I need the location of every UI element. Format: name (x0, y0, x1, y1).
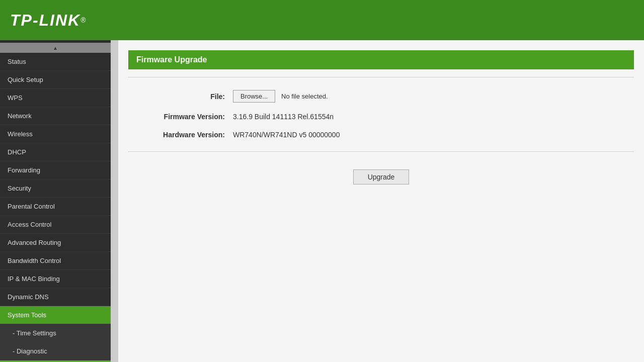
sidebar-item-bandwidth-control[interactable]: Bandwidth Control (0, 252, 111, 270)
firmware-version-row: Firmware Version: 3.16.9 Build 141113 Re… (128, 108, 634, 126)
sidebar-scroll-area[interactable] (111, 40, 118, 362)
no-file-text: No file selected. (281, 93, 328, 100)
sidebar-item-wps[interactable]: WPS (0, 89, 111, 107)
sidebar-item-ip-mac-binding[interactable]: IP & MAC Binding (0, 270, 111, 288)
sidebar-item-network[interactable]: Network (0, 107, 111, 125)
firmware-version-value: 3.16.9 Build 141113 Rel.61554n (229, 108, 634, 126)
header: TP-LINK® (0, 0, 644, 40)
file-label: File: (128, 85, 229, 108)
firmware-form: File: Browse... No file selected. Firmwa… (128, 85, 634, 144)
sidebar-item-dhcp[interactable]: DHCP (0, 143, 111, 161)
sidebar-item-security[interactable]: Security (0, 179, 111, 198)
sidebar-item-wireless[interactable]: Wireless (0, 125, 111, 143)
sidebar-item-status[interactable]: Status (0, 53, 111, 71)
upgrade-button[interactable]: Upgrade (353, 169, 410, 185)
sidebar-item-dynamic-dns[interactable]: Dynamic DNS (0, 288, 111, 306)
firmware-version-label: Firmware Version: (128, 108, 229, 126)
sidebar-item-system-tools[interactable]: System Tools (0, 306, 111, 324)
top-divider (128, 77, 634, 77)
sidebar-item-parental-control[interactable]: Parental Control (0, 198, 111, 216)
logo: TP-LINK® (10, 11, 86, 30)
file-row: File: Browse... No file selected. (128, 85, 634, 108)
layout: ▲ StatusQuick SetupWPSNetworkWirelessDHC… (0, 40, 644, 362)
sidebar-item-forwarding[interactable]: Forwarding (0, 161, 111, 179)
hardware-version-value: WR740N/WR741ND v5 00000000 (229, 126, 634, 144)
page-title-bar: Firmware Upgrade (128, 50, 634, 69)
logo-text: TP-LINK (10, 11, 80, 29)
sidebar-scroll-up[interactable]: ▲ (0, 43, 111, 53)
file-value: Browse... No file selected. (229, 85, 634, 108)
bottom-divider (128, 151, 634, 152)
sidebar-item-diagnostic[interactable]: - Diagnostic (0, 342, 111, 360)
sidebar-item-access-control[interactable]: Access Control (0, 216, 111, 234)
sidebar-item-quick-setup[interactable]: Quick Setup (0, 71, 111, 89)
sidebar-item-advanced-routing[interactable]: Advanced Routing (0, 234, 111, 252)
button-row: Upgrade (128, 159, 634, 190)
hardware-version-row: Hardware Version: WR740N/WR741ND v5 0000… (128, 126, 634, 144)
logo-suffix: ® (80, 16, 86, 24)
browse-button[interactable]: Browse... (233, 90, 275, 103)
sidebar-item-time-settings[interactable]: - Time Settings (0, 324, 111, 342)
hardware-version-label: Hardware Version: (128, 126, 229, 144)
sidebar: ▲ StatusQuick SetupWPSNetworkWirelessDHC… (0, 40, 111, 362)
page-title: Firmware Upgrade (136, 55, 207, 64)
main-content: Firmware Upgrade File: Browse... No file… (118, 40, 644, 362)
sidebar-container: ▲ StatusQuick SetupWPSNetworkWirelessDHC… (0, 40, 118, 362)
